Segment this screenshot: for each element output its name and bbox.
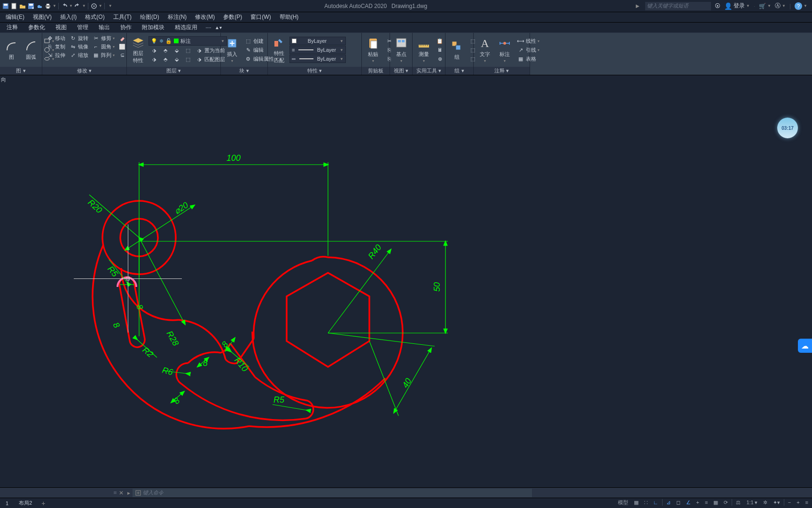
undo-icon[interactable]	[61, 2, 68, 10]
layer-properties-button[interactable]: 图层特性	[129, 35, 148, 65]
status-scale[interactable]: 1:1▾	[744, 499, 759, 507]
redo-icon[interactable]	[74, 2, 81, 10]
print-icon[interactable]	[44, 2, 52, 10]
layer-state-7[interactable]: ⬙	[171, 55, 182, 64]
login-button[interactable]: 👤登录▼	[724, 2, 750, 10]
leader-button[interactable]: ↗引线▾	[515, 46, 541, 54]
status-trans-icon[interactable]: ▦	[711, 499, 720, 507]
lineweight-dropdown[interactable]: ≡ ByLayer ▼	[289, 46, 346, 54]
move-button[interactable]: ✥移动	[44, 34, 67, 42]
menu-parametric[interactable]: 参数(P)	[219, 12, 246, 22]
panel-view-title[interactable]: 视图 ▾	[390, 67, 412, 75]
status-gear-icon[interactable]: ✲	[761, 499, 769, 507]
status-dyn-icon[interactable]: +	[695, 499, 701, 506]
status-annoscale-icon[interactable]: ⚖	[734, 499, 742, 507]
save-icon[interactable]	[2, 2, 9, 10]
new-icon[interactable]	[10, 2, 18, 10]
undo-dropdown-icon[interactable]: ▼	[69, 4, 73, 8]
cart-icon[interactable]: 🛒▼	[759, 3, 771, 9]
menu-modify[interactable]: 修改(M)	[191, 12, 219, 22]
trim-button[interactable]: ✂修剪▾	[90, 34, 117, 42]
status-cycle-icon[interactable]: ⟳	[722, 499, 730, 507]
panel-draw-title[interactable]: 图 ▾	[0, 67, 42, 75]
status-snap-icon[interactable]: ⸬	[642, 499, 649, 507]
linetype-dropdown[interactable]: ═ ByLayer ▼	[289, 55, 346, 63]
menu-tools[interactable]: 工具(T)	[109, 12, 135, 22]
menu-window[interactable]: 窗口(W)	[247, 12, 274, 22]
command-close-icon[interactable]: ✕	[117, 490, 125, 496]
block-insert-button[interactable]: 插入▾	[223, 36, 242, 64]
command-handle[interactable]	[113, 491, 117, 495]
menu-format[interactable]: 格式(O)	[81, 12, 108, 22]
ribbon-tab-addins[interactable]: 附加模块	[137, 22, 169, 33]
offset-button[interactable]: ⊆	[117, 51, 128, 59]
mirror-button[interactable]: ⇋镜像	[67, 42, 90, 51]
scale-button[interactable]: ⤢缩放	[67, 51, 90, 59]
ribbon-tab-collaborate[interactable]: 协作	[116, 22, 136, 33]
ribbon-tab-express[interactable]: 精选应用	[170, 22, 202, 33]
command-input[interactable]: 键入命令	[133, 489, 532, 497]
panel-clipboard-title[interactable]: 剪贴板	[362, 67, 390, 75]
draw-line-button[interactable]: 图	[2, 39, 21, 62]
dimension-button[interactable]: 标注▾	[495, 36, 514, 64]
status-ws-icon[interactable]: ✦▾	[771, 499, 782, 507]
status-zoom-in-icon[interactable]: +	[795, 499, 801, 506]
cloud-side-button[interactable]: ☁	[798, 339, 812, 353]
panel-properties-title[interactable]: 特性 ▾	[268, 67, 361, 75]
rotate-button[interactable]: ↻旋转	[67, 34, 90, 42]
status-model[interactable]: 模型	[616, 498, 630, 507]
layer-state-1[interactable]: ⬗	[148, 46, 160, 55]
qat-customize-icon[interactable]: ▼	[107, 4, 114, 8]
layer-state-4[interactable]: ⬚	[182, 46, 194, 55]
ribbon-tab-manage[interactable]: 管理	[72, 22, 93, 33]
fillet-button[interactable]: ⌐圆角▾	[90, 42, 117, 51]
ribbon-tab-parametric[interactable]: 参数化	[23, 22, 50, 33]
color-dropdown[interactable]: ByLayer ▼	[289, 37, 346, 45]
search-input[interactable]: 键入关键字或短语	[645, 2, 711, 10]
layer-state-6[interactable]: ⬘	[160, 55, 171, 64]
status-ortho-icon[interactable]: ∟	[651, 499, 660, 506]
open-icon[interactable]	[19, 2, 26, 10]
status-lwt-icon[interactable]: ≡	[703, 499, 710, 506]
layout-add-button[interactable]: +	[38, 498, 49, 508]
panel-annotation-title[interactable]: 注释 ▾	[474, 67, 530, 75]
util-2[interactable]: 🖩	[434, 46, 445, 54]
ribbon-collapse-icon[interactable]: ▲▾	[215, 25, 222, 30]
text-button[interactable]: A 文字▾	[476, 36, 494, 64]
matchprop-button[interactable]: 特性匹配	[270, 35, 289, 65]
layer-dropdown[interactable]: 💡❄🔓 标注 ▼	[148, 36, 227, 46]
array-button[interactable]: ▦阵列▾	[90, 51, 117, 59]
redo-dropdown-icon[interactable]: ▼	[82, 4, 86, 8]
status-polar-icon[interactable]: ⊿	[664, 499, 672, 507]
panel-modify-title[interactable]: 修改 ▾	[42, 67, 126, 75]
cloud-icon[interactable]	[36, 2, 43, 10]
erase-button[interactable]	[117, 34, 128, 42]
util-3[interactable]: ⊕	[434, 55, 445, 63]
status-customize-icon[interactable]: ≡	[804, 499, 810, 506]
panel-layer-title[interactable]: 图层 ▾	[127, 67, 220, 75]
exchange-icon[interactable]: Ⓐ▼	[775, 2, 786, 10]
workspace-icon[interactable]	[90, 2, 98, 10]
copy-button[interactable]: ⎘复制	[44, 42, 67, 51]
group-button[interactable]: 组	[447, 39, 466, 62]
status-grid-icon[interactable]: ▦	[632, 499, 640, 507]
measure-button[interactable]: 测量▾	[414, 36, 433, 64]
status-osnap-icon[interactable]: ◻	[674, 499, 682, 507]
menu-view[interactable]: 视图(V)	[29, 12, 55, 22]
ribbon-grip[interactable]	[206, 27, 211, 28]
print-dropdown-icon[interactable]: ▼	[53, 4, 56, 8]
panel-group-title[interactable]: 组 ▾	[445, 67, 473, 75]
command-history-icon[interactable]: ▸	[125, 490, 133, 496]
saveas-icon[interactable]	[27, 2, 35, 10]
menu-draw[interactable]: 绘图(D)	[136, 12, 163, 22]
util-1[interactable]: 📋	[434, 37, 445, 45]
linear-dim-button[interactable]: ⟷线性▾	[515, 37, 541, 45]
help-icon[interactable]: ?▼	[795, 2, 807, 10]
panel-block-title[interactable]: 块 ▾	[221, 67, 267, 75]
draw-arc-button[interactable]: 圆弧	[22, 39, 40, 62]
menu-help[interactable]: 帮助(H)	[276, 12, 303, 22]
ribbon-tab-output[interactable]: 输出	[94, 22, 115, 33]
ribbon-tab-view[interactable]: 视图	[51, 22, 71, 33]
table-button[interactable]: ▦表格	[515, 55, 541, 63]
layout-tab-2[interactable]: 布局2	[14, 498, 37, 508]
